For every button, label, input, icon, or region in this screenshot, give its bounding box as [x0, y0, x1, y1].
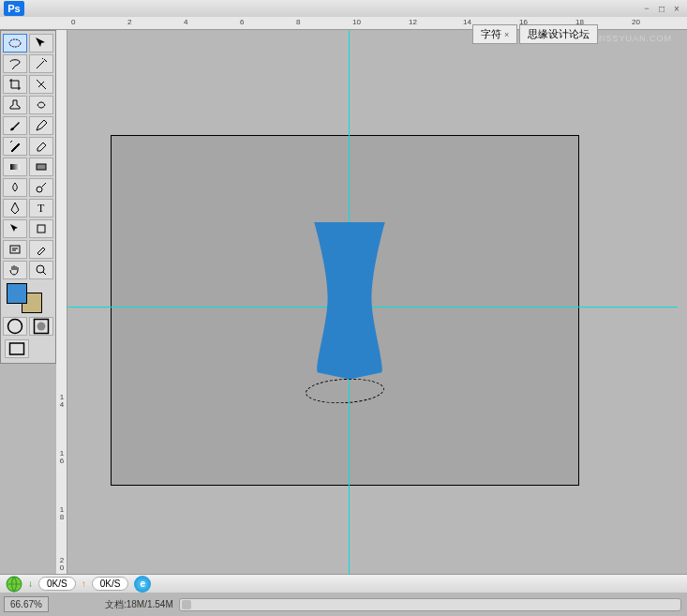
- stamp-tool[interactable]: [3, 96, 27, 114]
- pencil-tool[interactable]: [29, 116, 53, 135]
- color-swatches: [3, 281, 53, 317]
- ruler-tick: 1 6: [57, 450, 67, 465]
- arrow-up-icon: ↑: [82, 578, 86, 589]
- minimize-button[interactable]: －: [640, 3, 653, 14]
- ruler-tick: 12: [409, 18, 417, 26]
- svg-point-3: [37, 187, 42, 192]
- dodge-tool[interactable]: [29, 178, 53, 197]
- close-button[interactable]: ×: [670, 3, 683, 14]
- ruler-tick: 20: [632, 18, 640, 26]
- status-bar: ↓ 0K/S ↑ 0K/S e: [0, 574, 687, 593]
- doc-size-label: 文档:18M/1.54M: [105, 598, 173, 611]
- ruler-tick: 14: [463, 18, 471, 26]
- bucket-tool[interactable]: [29, 158, 53, 176]
- svg-point-7: [37, 265, 44, 273]
- ruler-tick: 10: [352, 18, 361, 26]
- crop-tool[interactable]: [3, 75, 27, 94]
- vase-shape: [306, 222, 393, 391]
- quickmask-mode-icon[interactable]: [29, 317, 53, 336]
- blur-tool[interactable]: [3, 178, 27, 197]
- pen-tool[interactable]: [3, 199, 27, 218]
- zoom-level[interactable]: 66.67%: [4, 596, 49, 612]
- foreground-color-swatch[interactable]: [7, 283, 27, 304]
- history-brush-tool[interactable]: [3, 137, 27, 156]
- upload-speed: 0K/S: [92, 577, 129, 591]
- svg-point-0: [9, 39, 21, 47]
- svg-text:T: T: [37, 202, 45, 215]
- gradient-tool[interactable]: [3, 158, 27, 176]
- ruler-tick: 4: [184, 18, 187, 26]
- scrollbar-thumb[interactable]: [182, 600, 191, 609]
- ruler-tick: 1 4: [57, 394, 67, 409]
- move-tool[interactable]: [29, 34, 53, 53]
- svg-rect-1: [10, 164, 20, 170]
- ruler-tick: 2: [127, 18, 131, 26]
- floating-tabs: 字符 × 思缘设计论坛: [472, 24, 598, 44]
- maximize-button[interactable]: □: [655, 3, 668, 14]
- svg-rect-5: [37, 225, 45, 233]
- svg-point-8: [8, 320, 22, 334]
- svg-rect-2: [37, 164, 46, 170]
- ruler-tick: 6: [240, 18, 244, 26]
- tab-character[interactable]: 字符 ×: [472, 24, 517, 44]
- standard-mode-icon[interactable]: [3, 317, 27, 336]
- bottom-bar: 66.67% 文档:18M/1.54M: [0, 593, 687, 616]
- close-icon[interactable]: ×: [504, 30, 509, 39]
- lasso-tool[interactable]: [3, 54, 27, 73]
- ruler-tick: 8: [296, 18, 300, 26]
- app-logo: Ps: [4, 1, 24, 16]
- arrow-down-icon: ↓: [28, 578, 33, 589]
- window-controls: － □ ×: [640, 3, 683, 14]
- ruler-tick: 1 8: [57, 506, 67, 521]
- type-tool[interactable]: T: [29, 199, 53, 218]
- tab-label: 字符: [481, 27, 501, 41]
- tab-label: 思缘设计论坛: [528, 27, 590, 41]
- patch-tool[interactable]: [29, 96, 53, 114]
- scrollbar-horizontal[interactable]: [179, 598, 681, 611]
- ruler-tick: 2 0: [57, 557, 67, 572]
- notes-tool[interactable]: [3, 240, 27, 259]
- slice-tool[interactable]: [29, 75, 53, 94]
- globe-icon[interactable]: [6, 576, 22, 593]
- path-select-tool[interactable]: [3, 219, 27, 238]
- eraser-tool[interactable]: [29, 137, 53, 156]
- screen-mode-icon[interactable]: [5, 339, 29, 358]
- download-speed: 0K/S: [38, 577, 76, 591]
- canvas-area[interactable]: [67, 30, 678, 574]
- ruler-tick: 0: [71, 18, 75, 26]
- marquee-tool[interactable]: [3, 34, 27, 53]
- tab-forum[interactable]: 思缘设计论坛: [519, 24, 598, 44]
- tools-panel: T: [0, 30, 56, 364]
- hand-tool[interactable]: [3, 261, 27, 279]
- title-bar: Ps － □ ×: [0, 0, 687, 17]
- shape-tool[interactable]: [29, 219, 53, 238]
- eyedropper-tool[interactable]: [29, 240, 53, 259]
- svg-rect-11: [10, 343, 24, 354]
- ruler-vertical[interactable]: 1 4 1 6 1 8 2 0: [56, 30, 67, 574]
- brush-tool[interactable]: [3, 116, 27, 135]
- svg-point-10: [37, 323, 46, 331]
- ie-icon[interactable]: e: [134, 576, 151, 593]
- zoom-tool[interactable]: [29, 261, 53, 279]
- wand-tool[interactable]: [29, 54, 53, 73]
- svg-rect-6: [10, 246, 20, 253]
